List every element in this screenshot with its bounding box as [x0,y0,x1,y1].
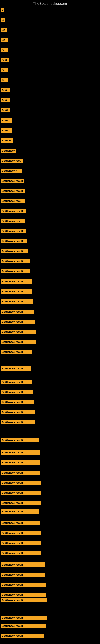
bottleneck-item: Bottleneck resu [1,199,25,203]
bottleneck-item: Bottleneck result [1,410,35,414]
bottleneck-item: Bo [1,78,8,82]
bottleneck-item: Bottleneck result [1,598,47,602]
bottleneck-item: Bottleneck result [1,310,34,314]
bottleneck-item: Bottleneck resu [1,158,23,163]
bottleneck-item: Bottl [1,108,10,112]
bottleneck-item: Bottleneck result [1,259,30,264]
bottleneck-item: Bo [1,38,8,42]
bottleneck-item: Bottleneck result [1,551,41,555]
bottleneck-item: Bo [1,28,7,32]
bottleneck-item: B [1,18,5,22]
bottleneck-item: Bottleneck result [1,189,25,193]
bottleneck-item: Bottleneck result [1,582,46,587]
bottleneck-item: Bottleneck result [1,480,41,485]
bottleneck-item: Bottleneck result [1,521,40,525]
bottleneck-item: Bottleneck result [1,470,40,475]
bottleneck-item: Bottleneck result [1,279,32,284]
bottleneck-item: Bottleneck result [1,390,33,394]
bottleneck-item: Bottleneck result [1,179,24,183]
bottleneck-item: Bottleneck result [1,249,28,253]
bottleneck-item: Bottle [1,128,12,132]
site-title: TheBottlenecker.com [0,0,100,8]
bottleneck-item: Bottleneck result [1,450,40,454]
bottleneck-item: Bottleneck result [1,501,41,505]
bottleneck-item: Bottleneck result [1,269,30,274]
bottleneck-item: Bottleneck result [1,239,27,243]
bottleneck-item: Bottleneck result [1,509,39,514]
bottleneck-item: Bottleneck result [1,290,32,294]
bottleneck-item: Bottleneck r [1,169,22,173]
bottleneck-item: Bottleneck result [1,209,26,213]
bottleneck-item: Bottleneck result [1,366,31,371]
bottleneck-item: Bottleneck result [1,438,39,442]
bottleneck-item: Bo [1,48,8,52]
bottleneck-item: Bottleneck result [1,593,46,597]
bottleneck-item: Bottleneck result [1,616,47,620]
bottleneck-item: Bottleneck result [1,624,46,628]
bottleneck-item: Bo [1,68,8,72]
bottleneck-item: Bottleneck [1,148,16,153]
bottleneck-item: B [1,8,4,12]
bottleneck-item: Bottleneck resu [1,219,25,223]
bottleneck-item: Bottleneck result [1,330,36,334]
bottleneck-item: Bottleneck result [1,491,41,495]
bottleneck-item: Bottleneck result [1,420,35,424]
bottleneck-item: Bott [1,98,10,102]
bottleneck-item: Bottleneck result [1,380,32,384]
bottleneck-item: Bott [1,58,9,62]
bottleneck-item: Bottleneck result [1,531,41,535]
bottleneck-item: Bottleneck result [1,562,45,567]
bottleneck-item: Bottleneck result [1,634,44,638]
bottleneck-item: Bottleneck result [1,350,32,354]
bottleneck-item: Bottleneck result [1,229,26,233]
bottleneck-item: Bottlen [1,138,13,143]
bottleneck-item: Bottleneck result [1,541,41,545]
bottleneck-item: Bott [1,88,10,92]
bottleneck-item: Bottleneck result [1,340,36,344]
bottleneck-item: Bottleneck result [1,572,45,577]
bottleneck-item: Bottleneck result [1,300,33,304]
bottleneck-item: Bottleneck result [1,400,34,404]
bottleneck-item: Bottleneck result [1,320,35,324]
bottleneck-item: Bottleneck result [1,460,40,465]
bottleneck-item: Bottle [1,118,12,122]
